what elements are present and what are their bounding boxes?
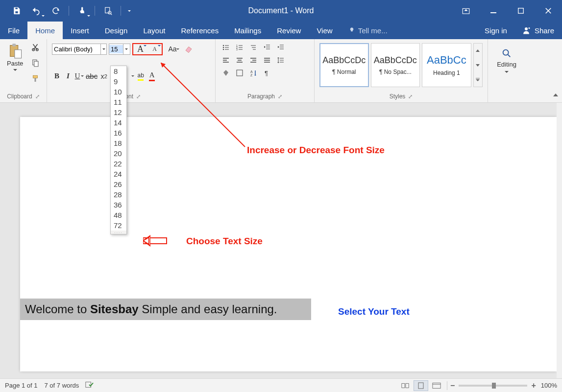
decrease-indent-icon[interactable] [262, 42, 272, 53]
title-bar: Document1 - Word [0, 0, 562, 22]
font-size-option[interactable]: 24 [111, 169, 126, 179]
format-painter-icon[interactable] [31, 74, 40, 85]
styles-up-icon[interactable] [474, 44, 482, 58]
close-icon[interactable] [535, 0, 562, 22]
redo-icon[interactable] [46, 0, 66, 22]
font-size-option[interactable]: 14 [111, 117, 126, 128]
tab-home[interactable]: Home [27, 22, 63, 39]
font-name-input[interactable] [52, 45, 100, 53]
underline-button[interactable]: U [74, 70, 84, 82]
font-size-option[interactable]: 36 [111, 200, 126, 210]
undo-icon[interactable] [26, 0, 46, 22]
collapse-ribbon-icon[interactable] [552, 92, 559, 100]
font-size-option[interactable]: 16 [111, 128, 126, 138]
ribbon-display-options-icon[interactable] [452, 0, 480, 22]
editing-button[interactable]: Editing [491, 41, 522, 73]
styles-down-icon[interactable] [474, 58, 482, 72]
bullet-list-icon[interactable] [220, 42, 231, 53]
share-button[interactable]: Share [514, 22, 562, 39]
styles-more-icon[interactable] [474, 72, 482, 87]
style-no-spacing[interactable]: AaBbCcDc ¶ No Spac... [371, 43, 420, 87]
increase-indent-icon[interactable] [275, 42, 286, 53]
font-size-option[interactable]: 72 [111, 220, 126, 231]
annotation-grow-shrink: Increase or Decrease Font Size [247, 145, 385, 156]
font-dialog-launcher[interactable]: ⤢ [136, 93, 141, 100]
font-size-option[interactable]: 26 [111, 179, 126, 189]
save-icon[interactable] [7, 0, 26, 22]
font-size-option[interactable]: 48 [111, 210, 126, 220]
bold-button[interactable]: B [52, 70, 62, 82]
font-size-option[interactable]: 9 [111, 76, 126, 87]
sort-icon[interactable]: AZ [248, 68, 259, 78]
dropdown-resize-handle[interactable]: ···· [111, 231, 126, 234]
font-name-dropdown-icon[interactable] [100, 44, 106, 54]
italic-button[interactable]: I [63, 70, 73, 82]
tell-me-search[interactable]: Tell me... [341, 22, 395, 39]
zoom-slider[interactable] [459, 385, 527, 387]
maximize-icon[interactable] [507, 0, 535, 22]
font-size-dropdown: 8 9 10 11 12 14 16 18 20 22 24 26 28 36 … [110, 66, 127, 234]
style-normal[interactable]: AaBbCcDc ¶ Normal [319, 43, 369, 87]
highlight-color-button[interactable]: ab [136, 70, 146, 82]
tab-insert[interactable]: Insert [63, 22, 97, 39]
spellcheck-icon[interactable] [85, 381, 94, 390]
subscript-button[interactable]: x2 [99, 70, 109, 82]
font-size-option[interactable]: 11 [111, 97, 126, 107]
justify-icon[interactable] [262, 55, 272, 66]
font-size-combo[interactable] [109, 44, 130, 55]
font-size-option[interactable]: 22 [111, 159, 126, 169]
font-size-option[interactable]: 8 [111, 66, 126, 76]
status-page[interactable]: Page 1 of 1 [5, 382, 38, 389]
tab-mailings[interactable]: Mailings [226, 22, 269, 39]
customize-qat-icon[interactable] [124, 0, 135, 22]
styles-group-label: Styles [390, 93, 406, 100]
clipboard-dialog-launcher[interactable]: ⤢ [35, 93, 40, 100]
font-size-input[interactable] [109, 45, 123, 53]
status-words[interactable]: 7 of 7 words [45, 382, 79, 389]
vertical-scrollbar[interactable] [557, 103, 562, 378]
line-spacing-icon[interactable] [275, 55, 286, 66]
web-layout-icon[interactable] [429, 380, 444, 391]
clear-formatting-icon[interactable] [182, 43, 195, 55]
font-size-option[interactable]: 12 [111, 107, 126, 117]
print-preview-icon[interactable] [98, 0, 118, 22]
style-heading-1[interactable]: AaBbCc Heading 1 [422, 43, 471, 87]
tab-references[interactable]: References [173, 22, 226, 39]
minimize-icon[interactable] [480, 0, 507, 22]
numbered-list-icon[interactable]: 123 [234, 42, 245, 53]
grow-font-button[interactable]: A [133, 44, 147, 54]
sign-in-link[interactable]: Sign in [478, 22, 514, 39]
change-case-button[interactable]: Aa [165, 43, 180, 55]
cut-icon[interactable] [31, 43, 40, 54]
document-selected-text[interactable]: Welcome to Sitesbay Simple and easy lear… [20, 299, 311, 320]
print-layout-icon[interactable] [414, 380, 428, 391]
tab-layout[interactable]: Layout [135, 22, 173, 39]
tab-file[interactable]: File [0, 22, 27, 39]
svg-text:Z: Z [250, 73, 253, 77]
font-color-button[interactable]: A [147, 70, 157, 82]
multilevel-list-icon[interactable] [248, 42, 259, 53]
read-mode-icon[interactable] [398, 380, 413, 391]
shrink-font-button[interactable]: A [147, 44, 162, 54]
touch-mode-icon[interactable] [72, 0, 92, 22]
strikethrough-button[interactable]: abc [86, 70, 98, 82]
tab-review[interactable]: Review [269, 22, 309, 39]
tab-design[interactable]: Design [97, 22, 136, 39]
font-size-option[interactable]: 20 [111, 148, 126, 159]
font-name-combo[interactable] [52, 44, 107, 55]
tab-view[interactable]: View [309, 22, 340, 39]
styles-gallery-nav[interactable] [473, 43, 483, 87]
zoom-out-icon[interactable]: − [450, 381, 455, 390]
font-size-option[interactable]: 28 [111, 189, 126, 200]
zoom-in-icon[interactable]: + [531, 381, 536, 390]
align-right-icon[interactable] [248, 55, 259, 66]
font-size-option[interactable]: 10 [111, 87, 126, 97]
font-size-option[interactable]: 18 [111, 138, 126, 148]
font-size-dropdown-icon[interactable] [123, 44, 129, 54]
show-marks-icon[interactable]: ¶ [262, 68, 272, 78]
paste-button[interactable]: Paste [3, 41, 27, 85]
copy-icon[interactable] [31, 59, 40, 69]
styles-dialog-launcher[interactable]: ⤢ [408, 93, 413, 100]
paragraph-dialog-launcher[interactable]: ⤢ [278, 93, 282, 100]
zoom-level[interactable]: 100% [541, 382, 557, 389]
